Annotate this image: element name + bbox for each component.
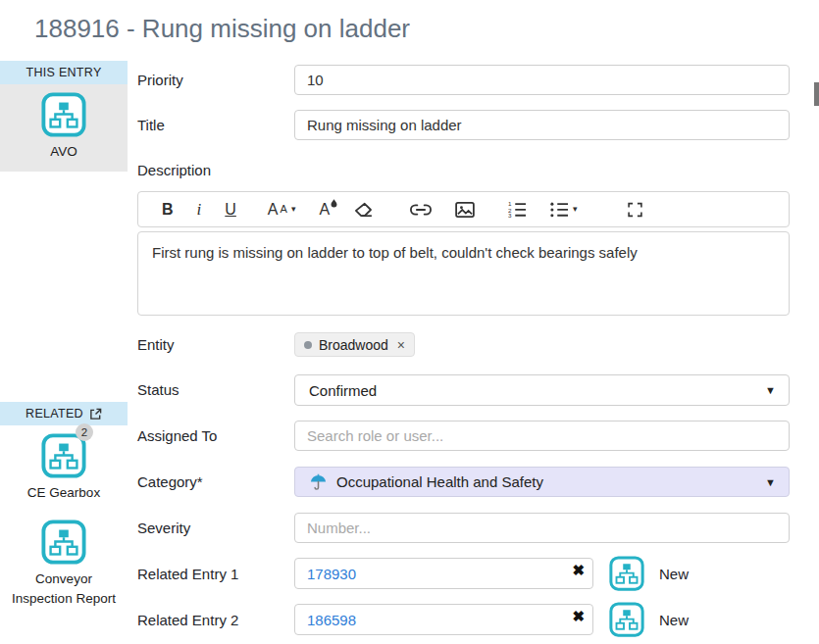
fullscreen-button[interactable] (627, 202, 643, 218)
assigned-to-input[interactable] (294, 421, 790, 451)
this-entry-header: THIS ENTRY (0, 61, 128, 84)
org-chart-icon (609, 556, 644, 591)
status-label: Status (137, 381, 179, 398)
ordered-list-icon: 1 2 3 (508, 201, 527, 218)
bullet-list-button[interactable]: ▾ (550, 201, 578, 218)
entity-tag: Broadwood × (294, 332, 415, 357)
sidebar-item-label: Conveyor Inspection Report (9, 570, 119, 609)
link-button[interactable] (410, 202, 432, 218)
svg-text:3: 3 (508, 212, 512, 218)
org-chart-icon (609, 602, 644, 637)
related-header-label: RELATED (26, 407, 83, 421)
related-entry-2-new-entry-button[interactable] (609, 602, 644, 640)
related-entry-2-field: ✖ (294, 604, 593, 635)
priority-input[interactable] (294, 65, 790, 95)
severity-input[interactable] (294, 513, 790, 543)
entity-tag-label: Broadwood (319, 337, 388, 353)
related-entry-1-new-label: New (659, 566, 689, 582)
link-icon (410, 202, 432, 218)
page-title: 188916 - Rung missing on ladder (34, 14, 410, 44)
related-entry-1-input[interactable] (294, 558, 593, 589)
status-value: Confirmed (309, 382, 377, 399)
underline-button[interactable]: U (225, 202, 236, 218)
dropdown-caret-icon: ▼ (765, 476, 776, 488)
this-entry-header-label: THIS ENTRY (26, 66, 101, 79)
entity-remove-button[interactable]: × (395, 338, 405, 352)
related-entry-2-new-label: New (659, 612, 689, 628)
severity-label: Severity (137, 520, 190, 536)
category-select[interactable]: Occupational Health and Safety ▼ (294, 467, 790, 497)
eraser-icon (353, 202, 373, 218)
umbrella-icon (309, 473, 328, 491)
richtext-toolbar: B i U AA▾ A (137, 191, 790, 227)
org-chart-icon (41, 92, 86, 137)
related-entry-1-field: ✖ (294, 558, 593, 589)
category-label: Category* (137, 473, 203, 490)
scrollbar-thumb[interactable] (814, 82, 819, 106)
sidebar-item-ce-gearbox[interactable]: 2 CE Gearbox (0, 433, 128, 503)
related-entry-1-clear-button[interactable]: ✖ (572, 563, 585, 577)
related-entry-2-input[interactable] (294, 604, 593, 635)
org-chart-icon: 2 (41, 433, 86, 478)
sidebar-item-label: AVO (50, 142, 77, 162)
font-size-button[interactable]: AA▾ (268, 202, 296, 218)
title-input[interactable] (294, 110, 790, 140)
sidebar: THIS ENTRY AVO RELATED (0, 61, 128, 644)
bullet-list-icon (550, 201, 569, 218)
org-chart-icon (41, 520, 86, 565)
assigned-to-label: Assigned To (137, 427, 217, 444)
ordered-list-button[interactable]: 1 2 3 (508, 201, 527, 218)
entity-dot-icon (304, 341, 312, 349)
dropdown-caret-icon: ▼ (765, 384, 776, 396)
count-badge: 2 (76, 423, 93, 441)
priority-label: Priority (137, 72, 183, 88)
bold-button[interactable]: B (162, 202, 174, 218)
entry-detail-page: 188916 - Rung missing on ladder THIS ENT… (0, 0, 819, 644)
fullscreen-icon (627, 202, 643, 218)
related-entry-1-label: Related Entry 1 (137, 566, 238, 582)
sidebar-item-avo[interactable]: AVO (0, 84, 128, 172)
title-label: Title (137, 117, 165, 133)
sidebar-item-conveyor-inspection-report[interactable]: Conveyor Inspection Report (0, 520, 128, 609)
entity-label: Entity (137, 336, 175, 353)
external-link-icon[interactable] (89, 408, 102, 421)
related-header: RELATED (0, 402, 128, 425)
chevron-down-icon: ▾ (291, 205, 296, 214)
status-select[interactable]: Confirmed ▼ (294, 374, 790, 406)
chevron-down-icon: ▾ (573, 205, 578, 214)
related-entry-2-clear-button[interactable]: ✖ (572, 609, 585, 623)
image-icon (455, 202, 475, 218)
description-editor[interactable]: First rung is missing on ladder to top o… (137, 231, 790, 316)
related-entry-1-new-entry-button[interactable] (609, 556, 644, 594)
clear-format-button[interactable] (353, 202, 373, 218)
image-button[interactable] (455, 202, 475, 218)
italic-button[interactable]: i (197, 201, 202, 218)
related-entry-2-label: Related Entry 2 (137, 612, 238, 628)
droplet-icon (331, 199, 337, 208)
description-label: Description (137, 162, 211, 178)
font-color-button[interactable]: A (319, 202, 330, 218)
sidebar-item-label: CE Gearbox (27, 483, 100, 503)
category-value: Occupational Health and Safety (336, 473, 543, 490)
